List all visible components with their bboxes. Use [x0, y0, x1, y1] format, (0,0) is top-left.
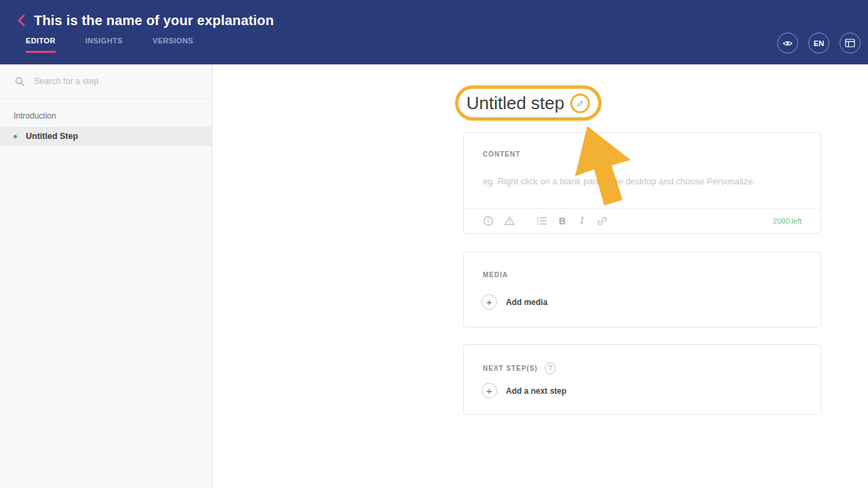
step-title-highlight: Untitled step — [455, 85, 601, 121]
info-button[interactable] — [483, 216, 494, 226]
italic-button[interactable]: I — [577, 216, 587, 226]
add-media-button[interactable]: + Add media — [481, 294, 547, 310]
link-icon — [597, 216, 608, 226]
step-item-label: Untitled Step — [26, 131, 78, 141]
edit-title-button[interactable] — [570, 94, 590, 113]
chapter-label: Introduction — [14, 111, 212, 121]
chevron-left-icon — [17, 14, 26, 27]
app-header: This is the name of your explanation EDI… — [0, 0, 868, 64]
content-editor[interactable]: eg. Right click on a blank part of the d… — [464, 164, 821, 206]
content-card: CONTENT eg. Right click on a blank part … — [463, 132, 821, 234]
language-button[interactable]: EN — [808, 33, 829, 54]
link-button[interactable] — [597, 216, 608, 226]
plus-icon: + — [481, 383, 497, 399]
tab-editor[interactable]: EDITOR — [26, 37, 56, 53]
layout-panel-icon — [845, 39, 855, 47]
content-card-label: CONTENT — [483, 150, 520, 158]
step-title[interactable]: Untitled step — [467, 93, 565, 114]
bullet-list-button[interactable] — [536, 216, 547, 226]
step-search-row — [0, 64, 212, 99]
header-actions: EN — [777, 33, 861, 54]
next-steps-label: NEXT STEP(S) — [483, 365, 538, 372]
sidebar-step-item[interactable]: Untitled Step — [0, 127, 212, 146]
step-status-dot-icon — [14, 135, 17, 138]
content-placeholder: eg. Right click on a blank part of the d… — [483, 176, 753, 186]
add-next-step-button[interactable]: + Add a next step — [481, 383, 566, 399]
header-tabs: EDITOR INSIGHTS VERSIONS — [26, 37, 193, 53]
tab-insights[interactable]: INSIGHTS — [85, 37, 123, 53]
layout-button[interactable] — [840, 33, 861, 54]
next-steps-label-row: NEXT STEP(S) ? — [483, 363, 556, 374]
pencil-icon — [576, 99, 585, 108]
eye-icon — [783, 39, 793, 47]
language-badge: EN — [814, 39, 824, 47]
content-toolbar: B I 2000 left — [464, 208, 821, 233]
app-window: This is the name of your explanation EDI… — [0, 0, 868, 488]
bold-button[interactable]: B — [557, 216, 567, 226]
media-card-label: MEDIA — [483, 271, 508, 279]
help-icon[interactable]: ? — [545, 363, 556, 374]
warning-triangle-icon — [504, 216, 515, 226]
preview-button[interactable] — [777, 33, 798, 54]
bullet-list-icon — [536, 216, 547, 226]
search-input[interactable] — [34, 77, 197, 86]
back-button[interactable] — [14, 12, 28, 29]
explanation-title: This is the name of your explanation — [34, 13, 274, 28]
info-icon — [483, 216, 494, 226]
header-title-row: This is the name of your explanation — [0, 0, 868, 34]
tab-versions[interactable]: VERSIONS — [153, 37, 193, 53]
search-icon — [15, 77, 25, 87]
next-steps-card: NEXT STEP(S) ? + Add a next step — [463, 344, 821, 415]
add-media-label: Add media — [506, 298, 547, 307]
warning-button[interactable] — [504, 216, 515, 226]
add-next-step-label: Add a next step — [506, 386, 566, 396]
characters-left-counter: 2000 left — [773, 217, 802, 225]
plus-icon: + — [481, 294, 497, 310]
media-card: MEDIA + Add media — [463, 251, 821, 327]
steps-sidebar: Introduction Untitled Step — [0, 64, 212, 488]
